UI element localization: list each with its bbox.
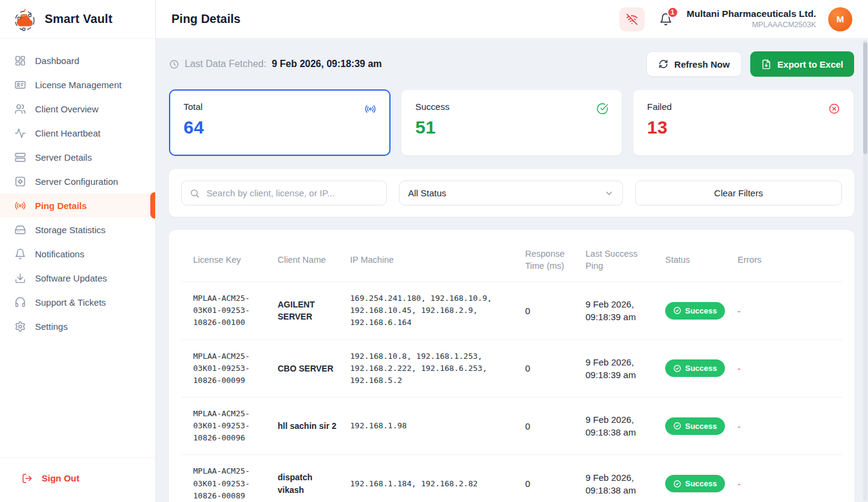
dashboard-icon bbox=[14, 55, 26, 66]
last-fetched-value: 9 Feb 2026, 09:18:39 am bbox=[272, 59, 381, 69]
status-label: Success bbox=[685, 479, 717, 488]
ping-table: License Key Client Name IP Machine Respo… bbox=[181, 234, 842, 502]
sidebar-item-label: Notifications bbox=[35, 249, 85, 259]
errors-cell: - bbox=[738, 397, 842, 454]
app-name: Smart Vault bbox=[45, 12, 112, 26]
export-to-excel-button[interactable]: Export to Excel bbox=[750, 51, 854, 77]
table-row[interactable]: MPLAA-ACM25-03K01-09253-10826-00099 CBO … bbox=[181, 339, 842, 397]
stat-label: Failed bbox=[647, 101, 840, 112]
col-errors: Errors bbox=[738, 234, 842, 282]
page-title: Ping Details bbox=[171, 12, 240, 26]
sidebar-item-client-overview[interactable]: Client Overview bbox=[0, 97, 155, 121]
sidebar-item-label: Storage Statistics bbox=[35, 225, 106, 235]
sidebar-item-server-configuration[interactable]: Server Configuration bbox=[0, 169, 155, 193]
ip-machine-cell: 192.168.1.98 bbox=[350, 397, 525, 454]
storage-drive-icon bbox=[14, 224, 26, 236]
app-logo[interactable]: Smart Vault bbox=[0, 0, 155, 39]
license-key-cell: MPLAA-ACM25-03K01-09253-10826-00100 bbox=[181, 282, 278, 339]
scrollbar[interactable] bbox=[863, 40, 867, 501]
status-filter-select[interactable]: All Status bbox=[399, 181, 623, 205]
sidebar-item-storage-statistics[interactable]: Storage Statistics bbox=[0, 217, 155, 242]
sidebar-item-software-updates[interactable]: Software Updates bbox=[0, 266, 155, 290]
sidebar-item-license-management[interactable]: License Management bbox=[0, 72, 155, 97]
sign-out-button[interactable]: Sign Out bbox=[0, 457, 155, 502]
stat-label: Success bbox=[415, 101, 608, 112]
sidebar-item-client-heartbeat[interactable]: Client Heartbeat bbox=[0, 121, 155, 145]
last-success-ping-cell: 9 Feb 2026, 09:18:38 am bbox=[586, 397, 665, 454]
table-row[interactable]: MPLAA-ACM25-03K01-09253-10826-00089 disp… bbox=[181, 455, 842, 502]
gear-icon bbox=[14, 321, 26, 332]
logout-icon bbox=[22, 473, 33, 484]
bell-icon bbox=[14, 248, 26, 260]
avatar[interactable]: M bbox=[828, 7, 852, 31]
stat-card-success[interactable]: Success 51 bbox=[401, 89, 622, 156]
sidebar-item-label: Settings bbox=[35, 321, 68, 332]
ping-radio-icon bbox=[14, 200, 26, 211]
sidebar-item-server-details[interactable]: Server Details bbox=[0, 145, 155, 169]
table-row[interactable]: MPLAA-ACM25-03K01-09253-10826-00096 hll … bbox=[181, 397, 842, 454]
col-last-success-ping: Last Success Ping bbox=[586, 234, 665, 282]
x-circle-icon bbox=[828, 103, 840, 115]
sidebar-item-label: Software Updates bbox=[35, 273, 107, 283]
company-info: Multani Pharmaceuticals Ltd. MPLAAACM250… bbox=[687, 8, 816, 30]
check-circle-icon bbox=[673, 306, 681, 315]
refresh-label: Refresh Now bbox=[674, 59, 730, 69]
client-name-cell: dispatch vikash bbox=[278, 455, 350, 502]
check-circle-icon bbox=[673, 422, 681, 430]
clear-filters-button[interactable]: Clear Filters bbox=[635, 181, 842, 205]
toolbar: Last Data Fetched: 9 Feb 2026, 09:18:39 … bbox=[169, 51, 854, 77]
last-data-fetched: Last Data Fetched: 9 Feb 2026, 09:18:39 … bbox=[169, 59, 382, 69]
status-badge: Success bbox=[665, 417, 725, 435]
errors-cell: - bbox=[738, 282, 842, 339]
wifi-off-icon bbox=[626, 13, 638, 25]
headphones-icon bbox=[14, 297, 26, 308]
status-filter-value: All Status bbox=[408, 188, 446, 198]
check-circle-icon bbox=[673, 480, 681, 488]
status-cell: Success bbox=[665, 282, 738, 339]
ip-machine-cell: 192.168.10.8, 192.168.1.253, 192.168.2.2… bbox=[350, 339, 525, 397]
table-row[interactable]: MPLAA-ACM25-03K01-09253-10826-00100 AGIL… bbox=[181, 282, 842, 339]
sidebar-item-ping-details[interactable]: Ping Details bbox=[0, 193, 155, 217]
status-label: Success bbox=[685, 422, 717, 431]
stats-cards: Total 64 Success 51 Failed 13 bbox=[169, 89, 854, 156]
sidebar-item-label: Client Overview bbox=[35, 104, 98, 114]
search-input[interactable] bbox=[181, 181, 387, 205]
response-time-cell: 0 bbox=[525, 282, 586, 339]
col-ip-machine: IP Machine bbox=[350, 234, 525, 282]
scrollbar-thumb[interactable] bbox=[863, 42, 867, 154]
connection-status-button[interactable] bbox=[619, 7, 645, 31]
sidebar-item-dashboard[interactable]: Dashboard bbox=[0, 48, 155, 72]
stat-value-success: 51 bbox=[415, 117, 608, 138]
license-key-cell: MPLAA-ACM25-03K01-09253-10826-00096 bbox=[181, 397, 278, 454]
smart-vault-logo-icon bbox=[12, 7, 37, 31]
sidebar-item-notifications[interactable]: Notifications bbox=[0, 242, 155, 266]
notification-count-badge: 1 bbox=[667, 7, 678, 18]
notifications-button[interactable]: 1 bbox=[659, 13, 672, 26]
download-icon bbox=[14, 272, 26, 284]
filter-bar: All Status Clear Filters bbox=[169, 169, 854, 217]
heartbeat-icon bbox=[14, 127, 26, 139]
search-icon bbox=[190, 188, 200, 198]
refresh-now-button[interactable]: Refresh Now bbox=[646, 51, 742, 77]
stat-card-failed[interactable]: Failed 13 bbox=[633, 89, 854, 156]
status-cell: Success bbox=[665, 339, 738, 397]
stat-label: Total bbox=[183, 101, 376, 112]
sidebar-item-label: License Management bbox=[35, 80, 121, 90]
col-license-key: License Key bbox=[181, 234, 278, 282]
sidebar-item-settings[interactable]: Settings bbox=[0, 314, 155, 338]
stat-card-total[interactable]: Total 64 bbox=[169, 89, 391, 156]
status-label: Success bbox=[685, 364, 717, 373]
client-name-cell: hll sachin sir 2 bbox=[278, 397, 350, 454]
ping-radio-icon bbox=[365, 103, 376, 115]
status-label: Success bbox=[685, 306, 717, 315]
ping-table-card: License Key Client Name IP Machine Respo… bbox=[169, 230, 854, 502]
license-key-cell: MPLAA-ACM25-03K01-09253-10826-00089 bbox=[181, 455, 278, 502]
sidebar-item-label: Client Heartbeat bbox=[35, 128, 100, 138]
sidebar-item-label: Ping Details bbox=[35, 201, 87, 211]
col-status: Status bbox=[665, 234, 738, 282]
sidebar-item-support-tickets[interactable]: Support & Tickets bbox=[0, 290, 155, 314]
check-circle-icon bbox=[596, 103, 608, 115]
check-circle-icon bbox=[673, 364, 681, 373]
response-time-cell: 0 bbox=[525, 339, 586, 397]
ip-machine-cell: 192.168.1.184, 192.168.2.82 bbox=[350, 455, 525, 502]
